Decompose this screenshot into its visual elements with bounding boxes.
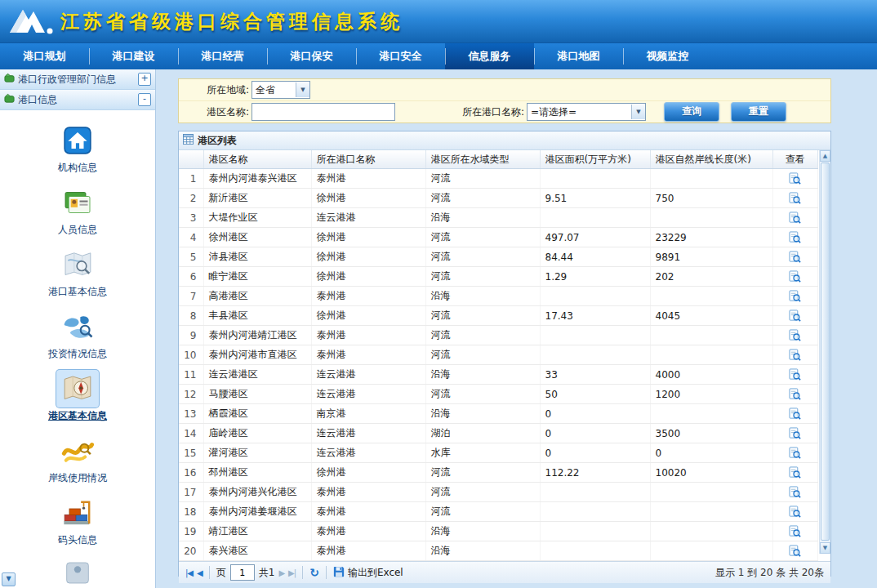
column-header[interactable]: 港区所在水域类型: [425, 150, 540, 169]
view-record-icon[interactable]: [772, 208, 818, 228]
sidebar-item[interactable]: 码头信息: [16, 494, 139, 556]
sidebar-item-partial[interactable]: [16, 556, 139, 588]
table-row: 13栖霞港区南京港沿海0: [179, 404, 818, 424]
prev-page-button[interactable]: ◀: [197, 568, 203, 577]
sidebar-item[interactable]: 岸线使用情况: [16, 432, 139, 494]
view-record-icon[interactable]: [772, 169, 818, 189]
nav-tab[interactable]: 港口经营: [178, 43, 267, 69]
record-summary: 显示 1 到 20 条 共 20条: [715, 566, 824, 580]
cell-area-name: 丰县港区: [203, 306, 311, 326]
view-record-icon[interactable]: [772, 424, 818, 443]
collapse-icon[interactable]: -: [138, 93, 151, 106]
table-panel: 港区列表 港区名称所在港口名称港区所在水域类型港区面积(万平方米)港区自然岸线长…: [178, 131, 831, 577]
cell-water-type: 河流: [425, 228, 540, 247]
column-header[interactable]: 港区面积(万平方米): [540, 150, 650, 169]
refresh-icon[interactable]: ↻: [309, 566, 319, 579]
cell-area-name: 沛县港区: [203, 247, 311, 267]
sidebar-group-portinfo[interactable]: 港口信息 -: [0, 90, 155, 110]
cell-area-name: 泰州内河港市直港区: [203, 345, 311, 365]
table-header-row: 港区名称所在港口名称港区所在水域类型港区面积(万平方米)港区自然岸线长度(米)查…: [179, 150, 818, 169]
cell-row-number: 15: [179, 443, 203, 463]
sidebar-item[interactable]: 投资情况信息: [16, 308, 139, 370]
cell-port-name: 徐州港: [311, 247, 425, 267]
sidebar-group-admin[interactable]: 港口行政管理部门信息 +: [0, 69, 155, 90]
cell-shoreline-length: 4000: [650, 365, 772, 385]
view-record-icon[interactable]: [772, 287, 818, 306]
cell-area-size: [540, 169, 650, 189]
sidebar-item[interactable]: 人员信息: [16, 184, 139, 246]
nav-tabs: 港口规划港口建设港口经营港口保安港口安全信息服务港口地图视频监控: [0, 43, 877, 69]
cell-area-size: 17.43: [540, 306, 650, 326]
column-header[interactable]: [179, 150, 203, 169]
cell-area-size: 84.44: [540, 247, 650, 267]
column-header[interactable]: 所在港口名称: [311, 150, 425, 169]
expand-icon[interactable]: +: [138, 73, 151, 86]
nav-tab[interactable]: 视频监控: [623, 43, 712, 69]
nav-tab[interactable]: 港口地图: [534, 43, 623, 69]
port-name-select[interactable]: =请选择= ▼: [527, 103, 646, 121]
view-record-icon[interactable]: [772, 306, 818, 326]
table-row: 20泰兴港区泰州港沿海: [179, 541, 818, 561]
table-row: 16邳州港区徐州港河流112.2210020: [179, 463, 818, 483]
sidebar-item-label: 机构信息: [58, 161, 97, 175]
scroll-up-icon[interactable]: ▲: [820, 150, 830, 162]
view-record-icon[interactable]: [772, 385, 818, 404]
chevron-down-icon: ▼: [296, 82, 309, 97]
cell-area-size: [540, 208, 650, 228]
view-record-icon[interactable]: [772, 463, 818, 483]
view-record-icon[interactable]: [772, 345, 818, 365]
table-row: 10泰州内河港市直港区泰州港河流: [179, 345, 818, 365]
sidebar-item[interactable]: 港区基本信息: [16, 370, 139, 432]
view-record-icon[interactable]: [772, 404, 818, 424]
table-row: 7高港港区泰州港沿海: [179, 287, 818, 306]
view-record-icon[interactable]: [772, 326, 818, 345]
cell-water-type: 沿海: [425, 365, 540, 385]
view-record-icon[interactable]: [772, 365, 818, 385]
cell-area-size: 33: [540, 365, 650, 385]
table-row: 3大堤作业区连云港港沿海: [179, 208, 818, 228]
sidebar-item[interactable]: 港口基本信息: [16, 246, 139, 308]
view-record-icon[interactable]: [772, 247, 818, 267]
scrollbar-thumb[interactable]: [821, 163, 830, 541]
cell-area-name: 连云港港区: [203, 365, 311, 385]
cell-area-name: 泰兴港区: [203, 541, 311, 561]
nav-tab[interactable]: 信息服务: [445, 43, 534, 69]
save-disk-icon: [333, 566, 345, 580]
table-scrollbar[interactable]: ▲ ▼: [819, 150, 830, 554]
view-record-icon[interactable]: [772, 502, 818, 522]
nav-tab[interactable]: 港口安全: [356, 43, 445, 69]
view-record-icon[interactable]: [772, 228, 818, 247]
region-select[interactable]: 全省 ▼: [252, 81, 310, 99]
tree-node-icon: [4, 73, 15, 86]
scroll-down-icon[interactable]: ▼: [820, 542, 830, 554]
export-excel-button[interactable]: 输出到Excel: [333, 566, 403, 580]
sidebar-scroll-down-icon[interactable]: ▼: [2, 572, 16, 586]
cell-area-name: 大堤作业区: [203, 208, 311, 228]
view-record-icon[interactable]: [772, 541, 818, 561]
reset-button[interactable]: 重置: [731, 102, 786, 122]
view-record-icon[interactable]: [772, 522, 818, 541]
sidebar-item[interactable]: 机构信息: [16, 122, 139, 184]
nav-tab[interactable]: 港口规划: [0, 43, 89, 69]
cell-area-size: [540, 522, 650, 541]
cell-water-type: 水库: [425, 443, 540, 463]
nav-tab[interactable]: 港口建设: [89, 43, 178, 69]
column-header[interactable]: 查看: [772, 150, 818, 169]
view-record-icon[interactable]: [772, 443, 818, 463]
view-record-icon[interactable]: [772, 267, 818, 287]
next-page-button[interactable]: ▶: [278, 568, 284, 577]
column-header[interactable]: 港区自然岸线长度(米): [650, 150, 772, 169]
column-header[interactable]: 港区名称: [203, 150, 311, 169]
query-button[interactable]: 查询: [664, 102, 719, 122]
cell-port-name: 连云港港: [311, 385, 425, 404]
cell-shoreline-length: 202: [650, 267, 772, 287]
last-page-button[interactable]: ▶|: [288, 568, 296, 577]
first-page-button[interactable]: |◀: [185, 568, 193, 577]
view-record-icon[interactable]: [772, 189, 818, 208]
cell-water-type: 河流: [425, 306, 540, 326]
nav-tab[interactable]: 港口保安: [267, 43, 356, 69]
area-name-input[interactable]: [252, 103, 395, 121]
view-record-icon[interactable]: [772, 483, 818, 502]
page-number-input[interactable]: [230, 564, 255, 581]
cell-row-number: 18: [179, 502, 203, 522]
